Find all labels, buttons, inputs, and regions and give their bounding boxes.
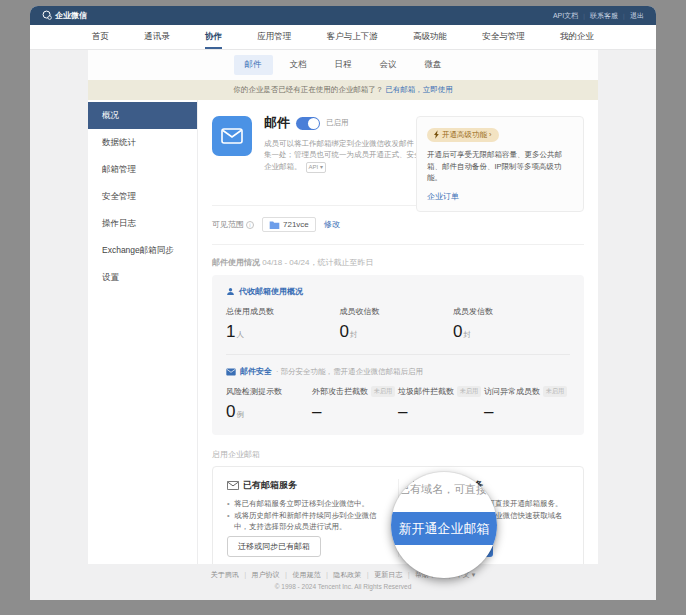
sidebar-item-statistics[interactable]: 数据统计 — [88, 129, 197, 156]
premium-promo-text: 开通后可享受无限邮箱容量、更多公共邮箱、邮件自动备份、IP限制等多项高级功能。 — [427, 149, 573, 184]
nav-item-customers[interactable]: 客户与上下游 — [327, 25, 378, 49]
mail-enabled-toggle[interactable] — [296, 117, 320, 130]
main-content: 邮件 已启用 成员可以将工作邮箱绑定到企业微信收发邮件，工作消息归集一处；管理员… — [198, 100, 598, 564]
module-tabs: 邮件 文档 日程 会议 微盘 — [88, 50, 598, 80]
stats-divider — [226, 354, 570, 355]
stat-abnormal-access: 访问异常成员数未启用 – — [484, 386, 570, 422]
topbar-links: API文档 联系客服 退出 — [553, 11, 644, 21]
not-enabled-badge: 未启用 — [457, 386, 481, 397]
security-stats-row: 风险检测提示数 0例 外部攻击拦截数未启用 – 垃圾邮件拦截数未启用 – 访 — [226, 386, 570, 422]
proxy-stats-row: 总使用成员数 1人 成员收信数 0封 成员发信数 0封 — [226, 306, 570, 342]
stat-spam-blocked: 垃圾邮件拦截数未启用 – — [398, 386, 484, 422]
nav-item-contacts[interactable]: 通讯录 — [144, 25, 170, 49]
bolt-icon — [434, 130, 440, 139]
stat-mails-sent: 成员发信数 0封 — [453, 306, 567, 342]
mail-security-note: · 部分安全功能，需开通企业微信邮箱后启用 — [276, 367, 423, 377]
usage-stats-panel: 代收邮箱使用概况 总使用成员数 1人 成员收信数 0封 成员发信数 — [212, 275, 584, 435]
footer-link-changelog[interactable]: 更新日志 — [361, 570, 402, 580]
sidebar-item-security[interactable]: 安全管理 — [88, 183, 197, 210]
mail-app-icon — [212, 116, 252, 156]
stat-total-members: 总使用成员数 1人 — [226, 306, 340, 342]
footer-link-about[interactable]: 关于腾讯 — [211, 570, 239, 580]
sidebar-item-mailbox-mgmt[interactable]: 邮箱管理 — [88, 156, 197, 183]
not-enabled-badge: 未启用 — [543, 386, 567, 397]
wecom-logo-text: 企业微信 — [55, 10, 87, 21]
tab-mail[interactable]: 邮件 — [234, 55, 273, 75]
topbar: 企业微信 API文档 联系客服 退出 — [30, 6, 656, 25]
enterprise-orders-link[interactable]: 企业订单 — [427, 191, 459, 202]
wecom-logo[interactable]: 企业微信 — [42, 10, 87, 22]
sidebar-item-logs[interactable]: 操作日志 — [88, 210, 197, 237]
sidebar-item-exchange-sync[interactable]: Exchange邮箱同步 — [88, 237, 197, 264]
magnifier-overlay: 如果企业已有域名，可直接开通邮箱服务。 新开通企业邮箱 — [391, 472, 497, 578]
person-icon — [226, 287, 235, 296]
main-nav: 首页 通讯录 协作 应用管理 客户与上下游 高级功能 安全与管理 我的企业 — [30, 25, 656, 50]
magnified-new-mailbox-button[interactable]: 新开通企业邮箱 — [391, 512, 497, 545]
nav-item-advanced[interactable]: 高级功能 — [413, 25, 447, 49]
app-window: 企业微信 API文档 联系客服 退出 首页 通讯录 协作 应用管理 客户与上下游… — [30, 6, 656, 600]
footer-link-usage-policy[interactable]: 使用规范 — [280, 570, 321, 580]
stat-external-attacks: 外部攻击拦截数未启用 – — [312, 386, 398, 422]
nav-item-home[interactable]: 首页 — [92, 25, 109, 49]
wecom-logo-icon — [42, 10, 52, 22]
not-enabled-badge: 未启用 — [371, 386, 395, 397]
stat-mails-received: 成员收信数 0封 — [340, 306, 454, 342]
mail-status-label: 已启用 — [326, 118, 349, 128]
usage-section-title: 邮件使用情况 04/18 - 04/24，统计截止至昨日 — [212, 257, 584, 268]
nav-item-apps[interactable]: 应用管理 — [257, 25, 291, 49]
footer-link-agreement[interactable]: 用户协议 — [239, 570, 280, 580]
nav-item-my-company[interactable]: 我的企业 — [560, 25, 594, 49]
settings-sidebar: 概况 数据统计 邮箱管理 安全管理 操作日志 Exchange邮箱同步 设置 — [88, 100, 198, 564]
proxy-mailbox-title: 代收邮箱使用概况 — [239, 286, 303, 297]
content-panel: 邮件 文档 日程 会议 微盘 你的企业是否已经有正在使用的企业邮箱了？ 已有邮箱… — [88, 50, 598, 564]
mail-app-header: 邮件 已启用 成员可以将工作邮箱绑定到企业微信收发邮件，工作消息归集一处；管理员… — [212, 114, 584, 206]
footer-link-privacy[interactable]: 隐私政策 — [320, 570, 361, 580]
migrate-sync-mailbox-button[interactable]: 迁移或同步已有邮箱 — [227, 536, 321, 557]
stat-risk-alerts: 风险检测提示数 0例 — [226, 386, 312, 422]
modify-visible-range-link[interactable]: 修改 — [324, 219, 340, 230]
tab-drive[interactable]: 微盘 — [414, 55, 453, 75]
topbar-link-contact[interactable]: 联系客服 — [578, 11, 618, 21]
tab-calendar[interactable]: 日程 — [324, 55, 363, 75]
has-mailbox-bullets: 将已有邮箱服务立即迁移到企业微信中。 或将历史邮件和新邮件持续同步到企业微信中，… — [227, 498, 384, 533]
folder-icon — [269, 220, 280, 229]
tab-meeting[interactable]: 会议 — [369, 55, 408, 75]
topbar-link-api-docs[interactable]: API文档 — [553, 11, 578, 21]
sidebar-item-settings[interactable]: 设置 — [88, 264, 197, 291]
info-icon[interactable] — [246, 221, 254, 229]
api-dropdown-badge[interactable]: API ▾ — [306, 162, 326, 173]
mail-title: 邮件 — [264, 114, 290, 132]
visible-range-label: 可见范围 — [212, 219, 254, 230]
envelope-icon — [221, 128, 243, 144]
premium-promo-card: 开通高级功能 › 开通后可享受无限邮箱容量、更多公共邮箱、邮件自动备份、IP限制… — [416, 116, 584, 212]
topbar-link-logout[interactable]: 退出 — [618, 11, 644, 21]
notice-bar: 你的企业是否已经有正在使用的企业邮箱了？ 已有邮箱，立即使用 — [88, 80, 598, 100]
has-mailbox-icon — [227, 481, 239, 490]
page-footer: 关于腾讯 用户协议 使用规范 隐私政策 更新日志 帮助中心 中文 ▾ © 199… — [30, 570, 656, 590]
tab-docs[interactable]: 文档 — [279, 55, 318, 75]
has-mailbox-column: 已有邮箱服务 将已有邮箱服务立即迁移到企业微信中。 或将历史邮件和新邮件持续同步… — [227, 479, 398, 557]
footer-links: 关于腾讯 用户协议 使用规范 隐私政策 更新日志 帮助中心 中文 ▾ — [30, 570, 656, 580]
enable-section-title: 启用企业邮箱 — [212, 449, 584, 460]
panel-body: 概况 数据统计 邮箱管理 安全管理 操作日志 Exchange邮箱同步 设置 — [88, 100, 598, 564]
mail-security-title: 邮件安全 — [240, 366, 272, 377]
proxy-mailbox-header: 代收邮箱使用概况 — [226, 286, 570, 297]
nav-item-collaboration[interactable]: 协作 — [205, 25, 222, 49]
mail-security-icon — [226, 368, 236, 376]
notice-text: 你的企业是否已经有正在使用的企业邮箱了？ — [233, 85, 383, 95]
has-mailbox-title: 已有邮箱服务 — [243, 479, 297, 492]
mail-security-header: 邮件安全 · 部分安全功能，需开通企业微信邮箱后启用 — [226, 366, 570, 377]
sidebar-item-overview[interactable]: 概况 — [88, 102, 197, 129]
notice-link[interactable]: 已有邮箱，立即使用 — [385, 85, 453, 95]
nav-item-security-mgmt[interactable]: 安全与管理 — [482, 25, 525, 49]
visible-range-tag: 721vce — [262, 217, 316, 232]
premium-upgrade-badge[interactable]: 开通高级功能 › — [427, 128, 499, 142]
copyright-text: © 1998 - 2024 Tencent Inc. All Rights Re… — [30, 583, 656, 590]
